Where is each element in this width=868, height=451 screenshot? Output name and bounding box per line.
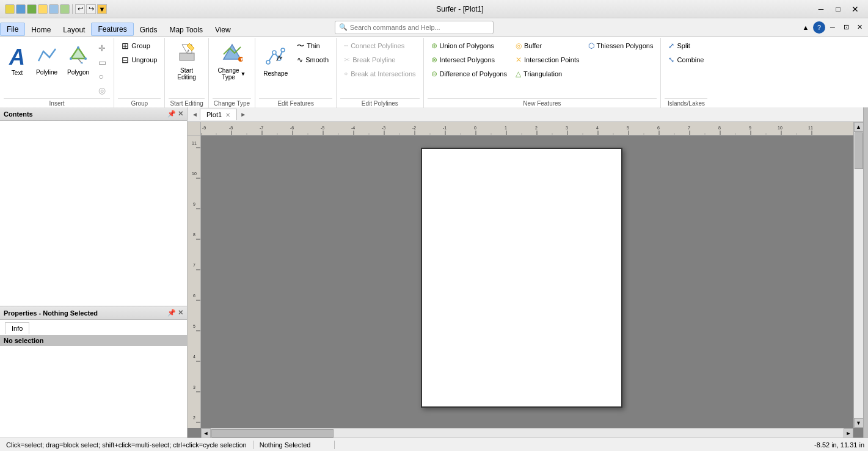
svg-text:-1: -1 [443,126,447,130]
ribbon-options-button[interactable]: ⊡ [840,21,852,34]
scroll-right-button[interactable]: ► [844,428,853,438]
status-divider-2 [334,441,335,449]
split-button[interactable]: ⤢ Split [665,39,707,52]
svg-text:11: 11 [808,126,813,130]
menu-maptools[interactable]: Map Tools [163,24,208,36]
menu-grids[interactable]: Grids [134,24,164,36]
scroll-v-thumb[interactable] [855,132,863,169]
intersect-polygons-button[interactable]: ⊗ Intersect Polygons [428,53,511,67]
window-controls: ─ □ ✕ [813,3,863,15]
insert-rect-button[interactable]: ▭ [95,56,110,69]
info-tab[interactable]: Info [5,322,29,334]
menu-layout[interactable]: Layout [57,24,91,36]
ribbon-group-editing: Start Editing Start Editing [165,38,208,108]
thin-button[interactable]: 〜 Thin [293,39,332,52]
svg-text:7: 7 [688,126,690,130]
scroll-down-button[interactable]: ▼ [854,418,864,428]
buffer-button[interactable]: ◎ Buffer [512,39,583,52]
scroll-h-track[interactable] [211,428,844,438]
toolbar-icon-5[interactable] [49,4,59,14]
ruler-vertical: 11 10 9 8 7 6 5 4 [188,135,201,428]
tab-close-icon[interactable]: ✕ [225,112,230,118]
help-expand-button[interactable]: ▲ [800,21,812,34]
help-button[interactable]: ? [813,21,825,34]
properties-close-icon[interactable]: ✕ [178,309,183,317]
triangulation-button[interactable]: △ Triangulation [512,67,583,81]
status-coords: -8.52 in, 11.31 in [814,441,864,449]
special-button[interactable]: ▼ [97,4,107,14]
smooth-button[interactable]: ∿ Smooth [293,53,332,67]
right-resize-handle[interactable] [863,107,868,438]
ribbon-minimize-button[interactable]: ─ [826,21,839,34]
change-type-button[interactable]: ▼ ChangeType ▼ [214,39,250,83]
ungroup-icon: ⊟ [122,55,129,65]
insert-circle-button[interactable]: ○ [95,70,110,83]
contents-panel [0,121,187,306]
toolbar-icon-6[interactable] [60,4,70,14]
close-button[interactable]: ✕ [847,3,863,15]
properties-body: Info No selection [0,320,187,438]
search-input[interactable] [350,24,489,31]
insert-text-button[interactable]: A Text [4,39,31,83]
insert-circle2-button[interactable]: ◎ [95,84,110,97]
plot-area[interactable] [201,135,853,428]
difference-polygons-button[interactable]: ⊖ Difference of Polygons [428,67,511,81]
plot-page [421,148,622,408]
islandslakes-group-label: Islands/Lakes [665,98,707,108]
contents-pin-icon[interactable]: 📌 [167,110,176,118]
start-editing-button[interactable]: Start Editing [173,39,201,83]
combine-label: Combine [677,56,704,63]
svg-text:6: 6 [657,126,660,130]
properties-pin-icon[interactable]: 📌 [167,309,176,317]
svg-rect-6 [180,53,194,60]
contents-header: Contents 📌 ✕ [0,107,187,121]
scroll-left-button[interactable]: ◄ [201,428,211,438]
scroll-v-track[interactable] [854,132,864,418]
undo-button[interactable]: ↩ [75,4,85,14]
toolbar-icon-3[interactable] [27,4,37,14]
tab-nav-left[interactable]: ◄ [190,107,200,121]
insert-cross-button[interactable]: ✛ [95,41,110,55]
menu-view[interactable]: View [209,24,237,36]
insert-polygon-button[interactable]: Polygon [63,39,93,83]
horizontal-scrollbar[interactable]: ◄ ► [201,428,853,438]
break-int-icon: ⌖ [344,70,348,78]
svg-text:2: 2 [193,416,195,420]
insert-polyline-button[interactable]: Polyline [32,39,62,83]
scroll-up-button[interactable]: ▲ [854,122,864,132]
menu-features[interactable]: Features [91,23,133,36]
svg-text:8: 8 [193,233,195,237]
minimize-button[interactable]: ─ [813,3,829,15]
union-polygons-button[interactable]: ⊕ Union of Polygons [428,39,511,52]
maximize-button[interactable]: □ [830,3,846,15]
menu-bar: File Home Layout Features Grids Map Tool… [0,18,237,36]
ungroup-button[interactable]: ⊟ Ungroup [118,53,161,67]
ribbon-pin-button[interactable]: ✕ [853,21,866,34]
contents-close-icon[interactable]: ✕ [178,110,183,118]
redo-button[interactable]: ↪ [86,4,96,14]
vertical-scrollbar[interactable]: ▲ ▼ [853,122,863,428]
properties-inner [0,346,187,438]
intersection-points-button[interactable]: ✕ Intersection Points [512,53,583,67]
scroll-h-thumb[interactable] [211,429,334,438]
menu-home[interactable]: Home [25,24,57,36]
ribbon-group-editfeatures: Reshape 〜 Thin ∿ Smooth Edit Features [255,38,337,108]
toolbar-icon-1[interactable] [5,4,15,14]
smooth-icon: ∿ [297,56,303,64]
reshape-button[interactable]: Reshape [259,39,292,83]
menu-file[interactable]: File [0,23,25,36]
group-button[interactable]: ⊞ Group [118,39,161,52]
connect-polylines-button[interactable]: ╌ Connect Polylines [340,39,419,52]
toolbar-icon-2[interactable] [16,4,26,14]
editing-group-label: Start Editing [169,98,204,108]
plot1-tab[interactable]: Plot1 ✕ [200,109,237,120]
tab-nav-right[interactable]: ► [238,107,248,121]
combine-button[interactable]: ⤡ Combine [665,53,707,67]
split-label: Split [677,42,690,49]
group-icon: ⊞ [122,41,129,51]
break-intersections-button[interactable]: ⌖ Break at Intersections [340,67,419,81]
search-bar[interactable]: 🔍 [335,21,494,34]
break-polyline-button[interactable]: ✂ Break Polyline [340,53,419,67]
thiessen-button[interactable]: ⬡ Thiessen Polygons [585,39,657,52]
toolbar-icon-4[interactable] [38,4,48,14]
